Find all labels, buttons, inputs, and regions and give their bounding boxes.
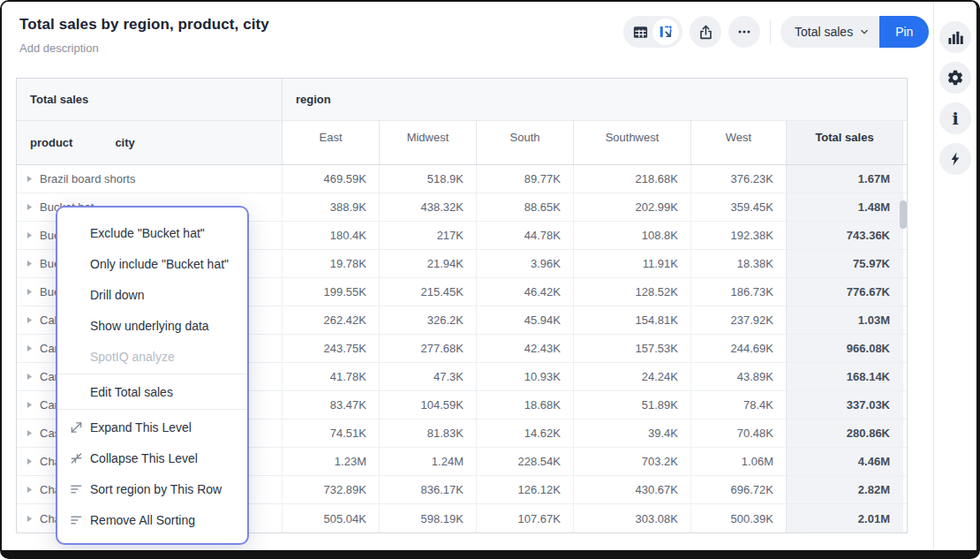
value-cell[interactable]: 180.4K <box>282 222 379 249</box>
value-cell[interactable]: 107.67K <box>476 504 573 533</box>
value-cell[interactable]: 228.54K <box>476 448 573 475</box>
region-column-header[interactable]: South <box>476 121 573 164</box>
total-value-cell[interactable]: 2.82M <box>786 476 902 503</box>
value-cell[interactable]: 3.96K <box>476 250 573 277</box>
value-cell[interactable]: 199.55K <box>282 278 379 306</box>
value-cell[interactable]: 78.4K <box>690 391 786 419</box>
menu-item[interactable]: Expand This Level <box>57 412 247 442</box>
expand-triangle-icon[interactable] <box>26 175 33 183</box>
value-cell[interactable]: 303.08K <box>573 504 690 533</box>
row-dimension-city[interactable]: city <box>115 136 134 149</box>
value-cell[interactable]: 21.94K <box>379 250 476 277</box>
settings-button[interactable] <box>939 62 971 94</box>
value-cell[interactable]: 24.24K <box>573 363 690 390</box>
total-value-cell[interactable]: 1.48M <box>786 193 902 221</box>
spotiq-button[interactable] <box>939 143 971 175</box>
row-dimension-product[interactable]: product <box>30 136 72 149</box>
value-cell[interactable]: 218.68K <box>573 165 690 193</box>
corner-measure-header[interactable]: Total sales <box>17 79 282 120</box>
measure-dropdown[interactable]: Total sales <box>780 16 879 48</box>
edit-layout-button[interactable] <box>652 19 679 45</box>
value-cell[interactable]: 326.2K <box>379 306 476 334</box>
table-view-icon[interactable] <box>632 24 649 41</box>
menu-item[interactable]: Remove All Sorting <box>57 504 247 535</box>
value-cell[interactable]: 438.32K <box>379 193 476 221</box>
value-cell[interactable]: 376.23K <box>690 165 786 193</box>
menu-item[interactable]: Only include "Bucket hat" <box>57 248 247 279</box>
info-button[interactable]: i <box>939 102 971 134</box>
value-cell[interactable]: 10.93K <box>476 363 573 390</box>
pin-button[interactable]: Pin <box>879 16 929 48</box>
value-cell[interactable]: 83.47K <box>282 391 379 419</box>
region-column-header[interactable]: East <box>282 121 379 164</box>
add-description-link[interactable]: Add description <box>19 42 99 55</box>
value-cell[interactable]: 88.65K <box>476 193 573 221</box>
value-cell[interactable]: 696.72K <box>690 476 786 503</box>
row-dimension-headers[interactable]: product city <box>17 121 282 164</box>
value-cell[interactable]: 43.89K <box>690 363 786 390</box>
value-cell[interactable]: 359.45K <box>690 193 786 221</box>
value-cell[interactable]: 215.45K <box>379 278 476 306</box>
expand-triangle-icon[interactable] <box>26 429 33 437</box>
value-cell[interactable]: 237.92K <box>690 306 786 334</box>
value-cell[interactable]: 186.73K <box>690 278 786 306</box>
value-cell[interactable]: 277.68K <box>379 335 476 362</box>
expand-triangle-icon[interactable] <box>26 457 33 465</box>
share-button[interactable] <box>690 16 721 48</box>
expand-triangle-icon[interactable] <box>26 203 33 211</box>
value-cell[interactable]: 45.94K <box>476 306 573 334</box>
expand-triangle-icon[interactable] <box>26 373 33 381</box>
region-column-header[interactable]: West <box>690 121 786 164</box>
value-cell[interactable]: 836.17K <box>379 476 476 503</box>
value-cell[interactable]: 42.43K <box>476 335 573 362</box>
menu-item[interactable]: Exclude "Bucket hat" <box>57 217 247 248</box>
value-cell[interactable]: 39.4K <box>573 419 690 447</box>
total-value-cell[interactable]: 1.03M <box>786 306 902 334</box>
value-cell[interactable]: 18.38K <box>690 250 786 277</box>
value-cell[interactable]: 70.48K <box>690 419 786 447</box>
total-value-cell[interactable]: 4.46M <box>786 448 902 475</box>
value-cell[interactable]: 81.83K <box>379 419 476 447</box>
value-cell[interactable]: 243.75K <box>282 335 379 362</box>
expand-triangle-icon[interactable] <box>26 316 33 324</box>
value-cell[interactable]: 1.23M <box>282 448 379 475</box>
value-cell[interactable]: 500.39K <box>690 504 786 533</box>
value-cell[interactable]: 19.78K <box>282 250 379 277</box>
value-cell[interactable]: 46.42K <box>476 278 573 306</box>
value-cell[interactable]: 51.89K <box>573 391 690 419</box>
expand-triangle-icon[interactable] <box>26 288 33 296</box>
row-label-cell[interactable]: Brazil board shorts <box>17 165 282 193</box>
total-value-cell[interactable]: 75.97K <box>786 250 902 277</box>
value-cell[interactable]: 18.68K <box>476 391 573 419</box>
total-column-header[interactable]: Total sales <box>786 121 902 164</box>
value-cell[interactable]: 598.19K <box>379 504 476 533</box>
menu-item[interactable]: Sort region by This Row <box>57 473 247 504</box>
menu-item[interactable]: Show underlying data <box>57 310 247 341</box>
region-column-header[interactable]: Southwest <box>573 121 690 164</box>
total-value-cell[interactable]: 280.86K <box>786 419 902 447</box>
region-column-header[interactable]: Midwest <box>379 121 476 164</box>
value-cell[interactable]: 217K <box>379 222 476 249</box>
value-cell[interactable]: 505.04K <box>282 504 379 533</box>
value-cell[interactable]: 157.53K <box>573 335 690 362</box>
value-cell[interactable]: 47.3K <box>379 363 476 390</box>
value-cell[interactable]: 1.24M <box>379 448 476 475</box>
total-value-cell[interactable]: 2.01M <box>786 504 902 533</box>
total-value-cell[interactable]: 776.67K <box>786 278 902 306</box>
expand-triangle-icon[interactable] <box>26 515 33 523</box>
value-cell[interactable]: 104.59K <box>379 391 476 419</box>
value-cell[interactable]: 14.62K <box>476 419 573 447</box>
vertical-scrollbar-thumb[interactable] <box>900 200 907 229</box>
total-value-cell[interactable]: 337.03K <box>786 391 902 419</box>
total-value-cell[interactable]: 1.67M <box>786 165 902 193</box>
menu-item[interactable]: Drill down <box>57 279 247 310</box>
value-cell[interactable]: 89.77K <box>476 165 573 193</box>
value-cell[interactable]: 74.51K <box>282 419 379 447</box>
value-cell[interactable]: 430.67K <box>573 476 690 503</box>
total-value-cell[interactable]: 743.36K <box>786 222 902 249</box>
value-cell[interactable]: 703.2K <box>573 448 690 475</box>
value-cell[interactable]: 244.69K <box>690 335 786 362</box>
expand-triangle-icon[interactable] <box>26 231 33 239</box>
value-cell[interactable]: 202.99K <box>573 193 690 221</box>
value-cell[interactable]: 388.9K <box>282 193 379 221</box>
